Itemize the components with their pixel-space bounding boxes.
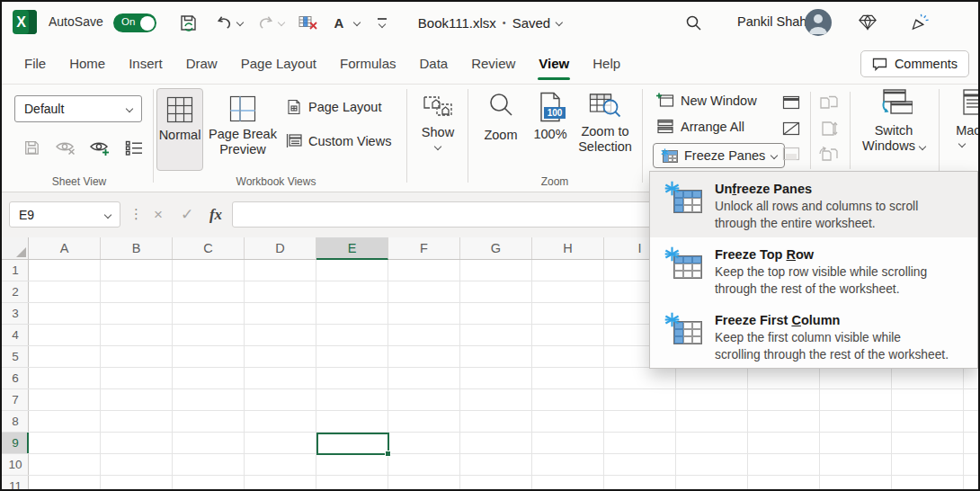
keep-sheet-view-button[interactable] <box>20 137 43 158</box>
redo-icon <box>257 14 274 31</box>
tab-home[interactable]: Home <box>58 43 117 84</box>
toggle-knob <box>140 16 155 31</box>
macros-button[interactable]: Macros <box>946 88 980 147</box>
enter-button[interactable]: ✓ <box>174 201 200 228</box>
avatar[interactable] <box>805 9 832 36</box>
name-box[interactable]: E9 <box>9 201 120 228</box>
show-button[interactable]: Show <box>414 92 462 149</box>
comments-button[interactable]: Comments <box>860 50 969 77</box>
row-header-10[interactable]: 10 <box>2 454 29 476</box>
sheet-view-dropdown[interactable]: Default <box>14 95 142 122</box>
search-button[interactable] <box>683 13 703 32</box>
menu-item-freeze-top-row[interactable]: Freeze Top Row Keep the top row visible … <box>650 237 977 303</box>
column-header-g[interactable]: G <box>460 237 532 259</box>
tab-insert[interactable]: Insert <box>117 43 174 84</box>
reset-window-position-button[interactable] <box>818 144 840 164</box>
column-header-b[interactable]: B <box>101 237 173 259</box>
row-header-4[interactable]: 4 <box>2 325 29 346</box>
font-color-dropdown[interactable] <box>351 13 363 32</box>
column-header-c[interactable]: C <box>173 237 245 259</box>
font-color-icon: A <box>334 17 344 29</box>
selected-cell-e9[interactable] <box>316 433 389 455</box>
row-header-3[interactable]: 3 <box>2 303 29 325</box>
premium-button[interactable] <box>858 12 878 31</box>
arrange-all-button[interactable]: Arrange All <box>656 119 744 134</box>
tab-formulas[interactable]: Formulas <box>328 43 408 84</box>
redo-dropdown[interactable] <box>275 13 288 32</box>
unhide-button[interactable] <box>780 144 802 164</box>
tab-help[interactable]: Help <box>581 43 632 84</box>
normal-view-button[interactable]: Normal <box>156 88 203 171</box>
column-header-e[interactable]: E <box>316 237 388 260</box>
undo-dropdown[interactable] <box>234 13 246 32</box>
column-header-d[interactable]: D <box>245 237 316 259</box>
page-layout-label: Page Layout <box>308 100 381 114</box>
view-side-by-side-button[interactable] <box>818 93 840 112</box>
row-header-2[interactable]: 2 <box>2 281 29 303</box>
menu-item-description: Keep the top row visible while scrolling <box>715 263 927 281</box>
group-separator <box>153 89 154 183</box>
row-header-8[interactable]: 8 <box>2 411 29 433</box>
freeze-panes-button[interactable]: Freeze Panes <box>653 143 785 168</box>
qat-overflow-button[interactable] <box>372 13 392 32</box>
tab-page-layout[interactable]: Page Layout <box>229 43 328 84</box>
row-header-5[interactable]: 5 <box>2 346 29 368</box>
tab-data[interactable]: Data <box>407 43 459 84</box>
redo-button[interactable] <box>255 13 275 32</box>
zoom-to-selection-line2: Selection <box>578 139 632 155</box>
snowflake-icon <box>664 181 680 196</box>
save-button[interactable] <box>178 13 198 32</box>
row-header-7[interactable]: 7 <box>2 389 29 411</box>
hide-button[interactable] <box>780 119 802 138</box>
cancel-button[interactable]: × <box>146 201 171 228</box>
exit-sheet-view-icon <box>55 139 76 156</box>
sheet-view-value: Default <box>24 102 64 116</box>
title-bar: X AutoSave On <box>2 2 978 43</box>
split-button[interactable] <box>780 93 802 112</box>
zoom-button[interactable]: Zoom <box>476 92 526 143</box>
menu-item-title: Freeze First Column <box>715 311 949 329</box>
row-header-6[interactable]: 6 <box>2 368 29 389</box>
page-break-preview-button[interactable]: Page Break Preview <box>207 88 279 157</box>
insert-function-button[interactable]: fx <box>203 201 228 228</box>
save-status: Saved <box>512 15 551 31</box>
autosave-toggle[interactable]: On <box>113 13 156 32</box>
select-all-corner[interactable] <box>2 237 29 259</box>
zoom-to-selection-button[interactable]: Zoom to Selection <box>575 92 635 155</box>
column-header-h[interactable]: H <box>532 237 604 259</box>
excel-logo-icon[interactable]: X <box>13 10 37 34</box>
fill-handle[interactable] <box>385 451 391 457</box>
column-header-f[interactable]: F <box>388 237 460 259</box>
delete-cells-button[interactable] <box>298 13 318 32</box>
menu-item-description: Keep the first column visible while <box>715 329 949 346</box>
new-sheet-view-button[interactable] <box>88 137 111 158</box>
tab-review[interactable]: Review <box>459 43 527 84</box>
switch-windows-button[interactable]: Switch Windows <box>856 88 931 154</box>
font-color-button[interactable]: A <box>329 13 349 32</box>
sheet-view-options-button[interactable] <box>122 137 146 158</box>
formula-bar-handle[interactable]: ⋮ <box>129 201 143 228</box>
row-header-9[interactable]: 9 <box>2 433 29 454</box>
synchronous-scrolling-button[interactable] <box>818 119 840 138</box>
tab-view[interactable]: View <box>527 43 581 84</box>
tab-file[interactable]: File <box>13 43 58 84</box>
new-window-button[interactable]: New Window <box>656 93 757 108</box>
row-header-11[interactable]: 11 <box>2 476 29 491</box>
exit-sheet-view-button[interactable] <box>54 137 77 158</box>
column-header-a[interactable]: A <box>29 237 101 259</box>
chevron-down-icon <box>236 19 244 26</box>
arrange-all-icon <box>656 119 674 134</box>
menu-item-unfreeze-panes[interactable]: Unfreeze Panes Unlock all rows and colum… <box>650 172 977 237</box>
switch-windows-icon <box>875 88 913 119</box>
custom-views-button[interactable]: Custom Views <box>286 133 391 148</box>
menu-item-freeze-first-column[interactable]: Freeze First Column Keep the first colum… <box>650 303 977 369</box>
undo-button[interactable] <box>214 13 234 32</box>
document-title[interactable]: Book111.xlsx • Saved <box>418 2 562 43</box>
row-header-1[interactable]: 1 <box>2 260 29 281</box>
group-separator <box>406 89 407 183</box>
tab-draw[interactable]: Draw <box>174 43 229 84</box>
page-layout-button[interactable]: Page Layout <box>286 99 381 115</box>
user-name[interactable]: Pankil Shah <box>737 14 806 29</box>
zoom-100-button[interactable]: 100 100% <box>527 92 574 142</box>
whats-new-button[interactable] <box>910 12 930 31</box>
